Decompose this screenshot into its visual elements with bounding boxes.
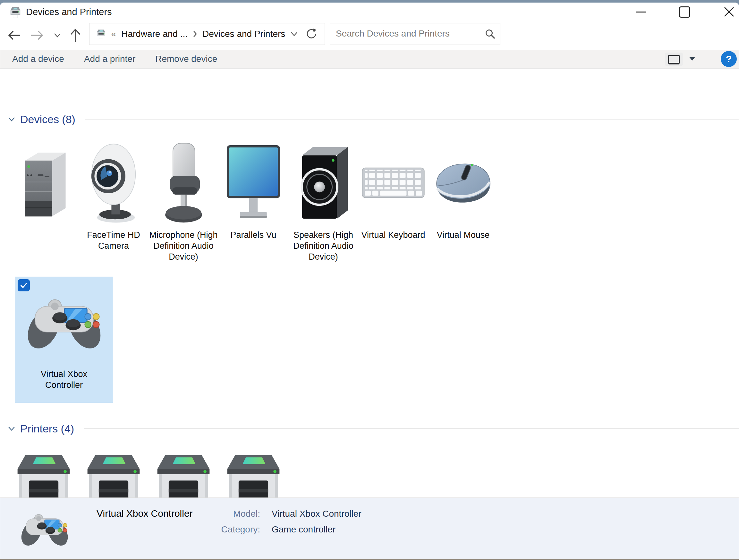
help-question-icon: ? (726, 53, 732, 64)
devices-section-title[interactable]: Devices (8) (20, 113, 76, 126)
add-device-button[interactable]: Add a device (12, 54, 64, 64)
change-view-button[interactable] (665, 52, 683, 66)
window-title: Devices and Printers (26, 3, 112, 21)
search-input[interactable] (335, 23, 481, 44)
search-icon[interactable] (485, 28, 495, 39)
address-bar[interactable]: « Hardware and ... Devices and Printers (89, 23, 325, 45)
close-icon (723, 6, 735, 18)
category-label: Category: (205, 524, 260, 535)
remove-device-button[interactable]: Remove device (155, 54, 217, 64)
device-tile[interactable]: Virtual Keyboard (358, 138, 428, 262)
section-divider (84, 428, 739, 429)
device-tile[interactable]: Parallels Vu (218, 138, 288, 262)
device-tile[interactable]: FaceTime HD Camera (79, 138, 149, 262)
webcam-icon (85, 138, 142, 228)
breadcrumb-overflow[interactable]: « (111, 29, 116, 39)
game-controller-icon (20, 513, 69, 548)
device-tile[interactable]: Virtual Mouse (428, 138, 498, 262)
device-label: Virtual Xbox Controller (30, 369, 99, 390)
device-label: Parallels Vu (219, 229, 288, 240)
chevron-down-icon (290, 31, 298, 36)
breadcrumb-separator-icon (193, 30, 197, 37)
refresh-icon (305, 28, 317, 40)
section-divider (85, 119, 739, 120)
details-pane: Virtual Xbox Controller Model: Virtual X… (0, 498, 739, 560)
device-label: FaceTime HD Camera (79, 229, 148, 251)
collapse-chevron-icon[interactable] (7, 115, 16, 124)
mouse-icon (434, 138, 492, 228)
help-button[interactable]: ? (721, 51, 737, 67)
device-tile-virtual-xbox-controller[interactable]: Virtual Xbox Controller (15, 276, 113, 403)
device-label: Virtual Mouse (429, 229, 497, 240)
minimize-button[interactable] (630, 3, 651, 21)
maximize-button[interactable] (674, 3, 695, 21)
checkmark-icon (19, 281, 28, 290)
add-printer-button[interactable]: Add a printer (84, 54, 135, 64)
recent-locations-button[interactable] (48, 25, 66, 45)
devices-and-printers-window: Devices and Printers (0, 3, 739, 560)
device-label: Virtual Keyboard (359, 229, 428, 240)
collapse-chevron-icon[interactable] (7, 424, 16, 433)
back-arrow-icon (7, 29, 21, 41)
address-dropdown-button[interactable] (289, 28, 300, 39)
device-label: Speakers (High Definition Audio Device) (289, 229, 357, 262)
view-dropdown-caret[interactable] (689, 57, 695, 60)
up-button[interactable] (66, 25, 84, 45)
command-bar: Add a device Add a printer Remove device… (0, 50, 739, 68)
model-value: Virtual Xbox Controller (272, 509, 361, 519)
devices-grid: FaceTime HD Camera Microphone (High Defi… (9, 138, 498, 262)
breadcrumb-current[interactable]: Devices and Printers (202, 29, 285, 39)
app-printer-icon (9, 5, 22, 19)
device-tile[interactable]: Microphone (High Definition Audio Device… (149, 138, 218, 262)
up-arrow-icon (69, 28, 82, 42)
printers-section-header: Printers (4) (7, 421, 739, 436)
device-tile[interactable]: Speakers (High Definition Audio Device) (288, 138, 358, 262)
speaker-icon (296, 138, 350, 228)
back-button[interactable] (5, 25, 23, 45)
microphone-icon (158, 138, 209, 228)
selection-checkbox[interactable] (18, 279, 30, 292)
model-label: Model: (205, 509, 260, 519)
forward-button[interactable] (28, 25, 46, 45)
address-printer-icon (95, 28, 107, 40)
game-controller-icon (26, 297, 103, 352)
computer-tower-icon (17, 138, 70, 228)
view-layout-icon (668, 55, 680, 64)
chevron-down-icon (53, 33, 61, 38)
device-tile[interactable] (9, 138, 79, 262)
close-button[interactable] (719, 3, 739, 21)
breadcrumb-parent[interactable]: Hardware and ... (121, 29, 188, 39)
keyboard-icon (361, 138, 425, 228)
device-label: Microphone (High Definition Audio Device… (149, 229, 218, 262)
minimize-icon (636, 12, 646, 12)
monitor-icon (226, 138, 281, 228)
printers-section-title[interactable]: Printers (4) (20, 422, 74, 435)
details-title: Virtual Xbox Controller (97, 508, 193, 519)
devices-section-header: Devices (8) (7, 112, 739, 127)
navigation-bar: « Hardware and ... Devices and Printers (0, 22, 739, 49)
search-box (330, 23, 500, 45)
refresh-button[interactable] (305, 27, 318, 41)
maximize-icon (679, 6, 690, 18)
title-bar: Devices and Printers (0, 3, 739, 21)
category-value: Game controller (272, 524, 335, 535)
forward-arrow-icon (30, 29, 44, 41)
